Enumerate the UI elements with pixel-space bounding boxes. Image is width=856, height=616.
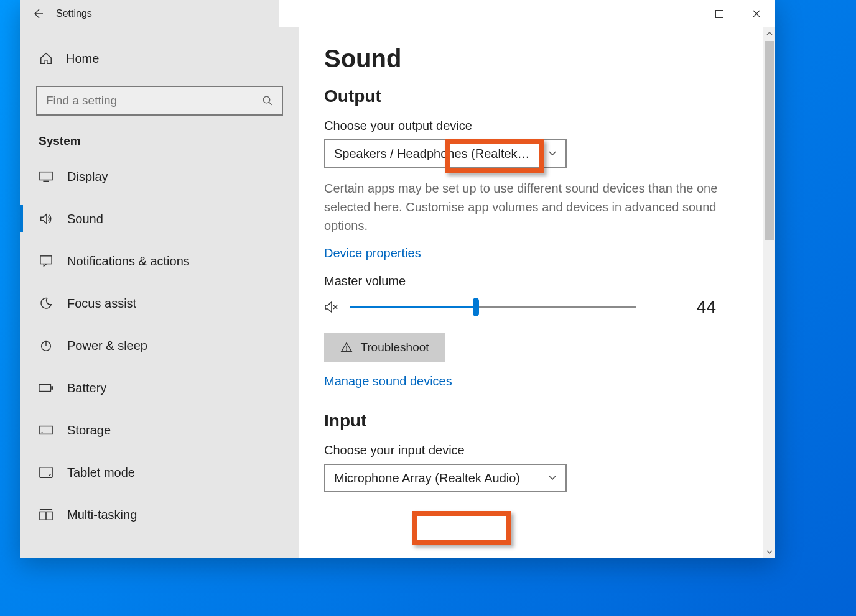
scroll-up-button[interactable] [763,27,775,40]
nav-label: Multi-tasking [67,508,137,522]
input-device-value: Microphone Array (Realtek Audio) [334,471,520,485]
sidebar-item-battery[interactable]: Battery [20,367,299,409]
sidebar-item-multitasking[interactable]: Multi-tasking [20,494,299,536]
search-box[interactable] [36,86,283,116]
nav-label: Battery [67,381,106,395]
troubleshoot-label: Troubleshoot [360,341,429,354]
svg-rect-8 [40,467,52,478]
settings-window: Settings Home System [20,0,775,558]
svg-rect-5 [51,386,53,390]
display-icon [39,171,54,182]
minimize-button[interactable] [663,0,700,27]
output-heading: Output [324,86,738,106]
input-heading: Input [324,411,738,431]
nav-label: Power & sleep [67,339,147,353]
home-nav[interactable]: Home [20,42,299,75]
svg-point-11 [347,349,348,351]
troubleshoot-button[interactable]: Troubleshoot [324,333,445,362]
chevron-down-icon [548,475,557,481]
battery-icon [39,384,54,392]
arrow-left-icon [32,7,44,20]
output-device-value: Speakers / Headphones (Realtek… [334,147,530,161]
output-device-dropdown[interactable]: Speakers / Headphones (Realtek… [324,139,567,168]
svg-rect-9 [40,512,45,520]
svg-rect-4 [39,384,50,391]
sidebar-item-focus-assist[interactable]: Focus assist [20,282,299,324]
tablet-icon [39,466,54,479]
sidebar-item-display[interactable]: Display [20,155,299,198]
nav-label: Sound [67,212,103,226]
volume-value: 44 [685,297,716,317]
input-device-label: Choose your input device [324,443,738,457]
speaker-muted-icon[interactable] [324,300,339,315]
output-description: Certain apps may be set up to use differ… [324,179,722,235]
manage-sound-devices-link[interactable]: Manage sound devices [324,374,452,388]
chevron-down-icon [548,150,557,157]
warning-icon [340,341,353,354]
nav-label: Focus assist [67,297,136,311]
window-title: Settings [56,0,92,27]
search-icon [262,95,273,106]
sidebar: Home System Display Sound Notifications … [20,27,299,558]
back-button[interactable] [20,0,56,27]
sidebar-item-storage[interactable]: Storage [20,409,299,451]
content-area: Sound Output Choose your output device S… [299,27,775,558]
sidebar-item-tablet-mode[interactable]: Tablet mode [20,451,299,494]
svg-rect-2 [40,256,52,264]
svg-rect-1 [40,172,52,180]
annotation-highlight [412,511,511,545]
volume-slider[interactable] [350,306,636,308]
content: Sound Output Choose your output device S… [299,27,763,558]
title-bar: Settings [20,0,775,27]
sidebar-item-notifications[interactable]: Notifications & actions [20,240,299,282]
volume-control: 44 [324,297,738,317]
scrollbar-thumb[interactable] [765,41,774,240]
svg-point-7 [42,432,43,433]
svg-point-0 [263,96,270,103]
storage-icon [39,425,54,435]
home-icon [39,52,54,65]
svg-rect-10 [47,512,52,520]
sidebar-item-sound[interactable]: Sound [20,198,299,240]
sound-icon [39,212,54,226]
vertical-scrollbar[interactable] [763,27,775,558]
page-title: Sound [324,45,738,73]
nav-label: Notifications & actions [67,254,190,269]
multitask-icon [39,508,54,521]
input-device-dropdown[interactable]: Microphone Array (Realtek Audio) [324,464,567,492]
moon-icon [39,297,54,310]
search-input[interactable] [46,94,262,108]
power-icon [39,339,54,352]
master-volume-label: Master volume [324,274,738,288]
maximize-button[interactable] [700,0,738,27]
device-properties-link[interactable]: Device properties [324,246,421,260]
home-label: Home [66,52,99,66]
svg-rect-6 [40,426,52,434]
volume-fill [350,306,476,308]
close-button[interactable] [738,0,775,27]
close-icon [753,10,760,17]
nav-label: Display [67,170,108,184]
output-device-label: Choose your output device [324,119,738,133]
notifications-icon [39,255,54,267]
volume-thumb[interactable] [473,298,479,316]
scroll-down-button[interactable] [763,546,775,558]
nav-label: Storage [67,423,111,438]
sidebar-item-power-sleep[interactable]: Power & sleep [20,324,299,367]
nav-group-system: System [20,129,299,155]
nav-label: Tablet mode [67,466,135,480]
